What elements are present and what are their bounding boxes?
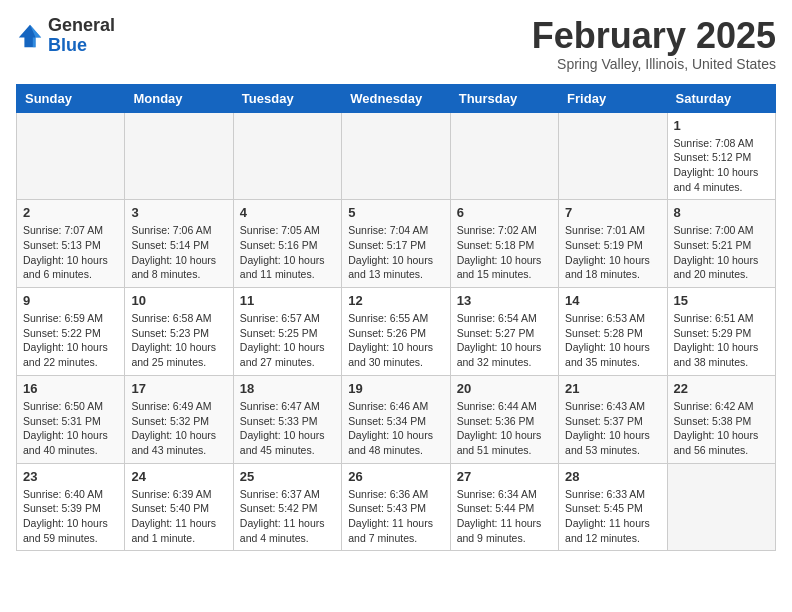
calendar-cell: 25Sunrise: 6:37 AM Sunset: 5:42 PM Dayli…	[233, 463, 341, 551]
day-info: Sunrise: 6:57 AM Sunset: 5:25 PM Dayligh…	[240, 311, 335, 370]
day-number: 24	[131, 469, 226, 484]
calendar-cell: 22Sunrise: 6:42 AM Sunset: 5:38 PM Dayli…	[667, 375, 775, 463]
calendar-cell: 18Sunrise: 6:47 AM Sunset: 5:33 PM Dayli…	[233, 375, 341, 463]
day-info: Sunrise: 6:51 AM Sunset: 5:29 PM Dayligh…	[674, 311, 769, 370]
calendar-cell: 1Sunrise: 7:08 AM Sunset: 5:12 PM Daylig…	[667, 112, 775, 200]
calendar-cell: 24Sunrise: 6:39 AM Sunset: 5:40 PM Dayli…	[125, 463, 233, 551]
day-header-row: SundayMondayTuesdayWednesdayThursdayFrid…	[17, 84, 776, 112]
calendar-cell: 7Sunrise: 7:01 AM Sunset: 5:19 PM Daylig…	[559, 200, 667, 288]
calendar-cell: 8Sunrise: 7:00 AM Sunset: 5:21 PM Daylig…	[667, 200, 775, 288]
day-info: Sunrise: 6:34 AM Sunset: 5:44 PM Dayligh…	[457, 487, 552, 546]
calendar-cell: 12Sunrise: 6:55 AM Sunset: 5:26 PM Dayli…	[342, 288, 450, 376]
calendar-cell: 19Sunrise: 6:46 AM Sunset: 5:34 PM Dayli…	[342, 375, 450, 463]
calendar-cell: 28Sunrise: 6:33 AM Sunset: 5:45 PM Dayli…	[559, 463, 667, 551]
calendar-cell	[559, 112, 667, 200]
day-info: Sunrise: 6:33 AM Sunset: 5:45 PM Dayligh…	[565, 487, 660, 546]
day-number: 23	[23, 469, 118, 484]
calendar-cell: 13Sunrise: 6:54 AM Sunset: 5:27 PM Dayli…	[450, 288, 558, 376]
day-info: Sunrise: 6:40 AM Sunset: 5:39 PM Dayligh…	[23, 487, 118, 546]
day-info: Sunrise: 6:58 AM Sunset: 5:23 PM Dayligh…	[131, 311, 226, 370]
day-info: Sunrise: 6:42 AM Sunset: 5:38 PM Dayligh…	[674, 399, 769, 458]
location-subtitle: Spring Valley, Illinois, United States	[532, 56, 776, 72]
title-block: February 2025 Spring Valley, Illinois, U…	[532, 16, 776, 72]
week-row-5: 23Sunrise: 6:40 AM Sunset: 5:39 PM Dayli…	[17, 463, 776, 551]
day-number: 26	[348, 469, 443, 484]
calendar-cell: 5Sunrise: 7:04 AM Sunset: 5:17 PM Daylig…	[342, 200, 450, 288]
day-number: 13	[457, 293, 552, 308]
logo-blue-text: Blue	[48, 35, 87, 55]
calendar-cell: 16Sunrise: 6:50 AM Sunset: 5:31 PM Dayli…	[17, 375, 125, 463]
day-number: 22	[674, 381, 769, 396]
calendar-cell: 11Sunrise: 6:57 AM Sunset: 5:25 PM Dayli…	[233, 288, 341, 376]
day-info: Sunrise: 7:08 AM Sunset: 5:12 PM Dayligh…	[674, 136, 769, 195]
day-info: Sunrise: 6:55 AM Sunset: 5:26 PM Dayligh…	[348, 311, 443, 370]
day-info: Sunrise: 6:49 AM Sunset: 5:32 PM Dayligh…	[131, 399, 226, 458]
calendar-cell: 10Sunrise: 6:58 AM Sunset: 5:23 PM Dayli…	[125, 288, 233, 376]
day-info: Sunrise: 7:04 AM Sunset: 5:17 PM Dayligh…	[348, 223, 443, 282]
calendar-cell	[17, 112, 125, 200]
day-number: 11	[240, 293, 335, 308]
week-row-1: 1Sunrise: 7:08 AM Sunset: 5:12 PM Daylig…	[17, 112, 776, 200]
day-number: 19	[348, 381, 443, 396]
day-info: Sunrise: 6:37 AM Sunset: 5:42 PM Dayligh…	[240, 487, 335, 546]
calendar-cell: 27Sunrise: 6:34 AM Sunset: 5:44 PM Dayli…	[450, 463, 558, 551]
logo-general-text: General	[48, 15, 115, 35]
day-number: 17	[131, 381, 226, 396]
day-number: 28	[565, 469, 660, 484]
day-info: Sunrise: 6:44 AM Sunset: 5:36 PM Dayligh…	[457, 399, 552, 458]
day-number: 1	[674, 118, 769, 133]
month-title: February 2025	[532, 16, 776, 56]
day-header-friday: Friday	[559, 84, 667, 112]
calendar-cell	[450, 112, 558, 200]
day-info: Sunrise: 7:01 AM Sunset: 5:19 PM Dayligh…	[565, 223, 660, 282]
day-header-saturday: Saturday	[667, 84, 775, 112]
day-number: 6	[457, 205, 552, 220]
day-number: 10	[131, 293, 226, 308]
day-number: 20	[457, 381, 552, 396]
calendar-cell: 6Sunrise: 7:02 AM Sunset: 5:18 PM Daylig…	[450, 200, 558, 288]
day-number: 14	[565, 293, 660, 308]
calendar-cell: 20Sunrise: 6:44 AM Sunset: 5:36 PM Dayli…	[450, 375, 558, 463]
day-header-sunday: Sunday	[17, 84, 125, 112]
day-number: 16	[23, 381, 118, 396]
calendar-cell: 17Sunrise: 6:49 AM Sunset: 5:32 PM Dayli…	[125, 375, 233, 463]
week-row-2: 2Sunrise: 7:07 AM Sunset: 5:13 PM Daylig…	[17, 200, 776, 288]
logo-icon	[16, 22, 44, 50]
day-info: Sunrise: 7:07 AM Sunset: 5:13 PM Dayligh…	[23, 223, 118, 282]
day-info: Sunrise: 6:43 AM Sunset: 5:37 PM Dayligh…	[565, 399, 660, 458]
day-info: Sunrise: 6:50 AM Sunset: 5:31 PM Dayligh…	[23, 399, 118, 458]
calendar-cell: 21Sunrise: 6:43 AM Sunset: 5:37 PM Dayli…	[559, 375, 667, 463]
calendar-cell: 23Sunrise: 6:40 AM Sunset: 5:39 PM Dayli…	[17, 463, 125, 551]
day-header-monday: Monday	[125, 84, 233, 112]
calendar-cell: 3Sunrise: 7:06 AM Sunset: 5:14 PM Daylig…	[125, 200, 233, 288]
day-info: Sunrise: 7:02 AM Sunset: 5:18 PM Dayligh…	[457, 223, 552, 282]
calendar-table: SundayMondayTuesdayWednesdayThursdayFrid…	[16, 84, 776, 552]
day-number: 9	[23, 293, 118, 308]
calendar-cell	[667, 463, 775, 551]
day-info: Sunrise: 7:06 AM Sunset: 5:14 PM Dayligh…	[131, 223, 226, 282]
day-number: 2	[23, 205, 118, 220]
day-info: Sunrise: 6:54 AM Sunset: 5:27 PM Dayligh…	[457, 311, 552, 370]
day-number: 25	[240, 469, 335, 484]
day-info: Sunrise: 6:46 AM Sunset: 5:34 PM Dayligh…	[348, 399, 443, 458]
day-number: 18	[240, 381, 335, 396]
week-row-3: 9Sunrise: 6:59 AM Sunset: 5:22 PM Daylig…	[17, 288, 776, 376]
day-number: 8	[674, 205, 769, 220]
day-header-tuesday: Tuesday	[233, 84, 341, 112]
day-info: Sunrise: 6:59 AM Sunset: 5:22 PM Dayligh…	[23, 311, 118, 370]
day-number: 27	[457, 469, 552, 484]
day-info: Sunrise: 6:36 AM Sunset: 5:43 PM Dayligh…	[348, 487, 443, 546]
calendar-cell	[342, 112, 450, 200]
logo: General Blue	[16, 16, 115, 56]
calendar-cell: 26Sunrise: 6:36 AM Sunset: 5:43 PM Dayli…	[342, 463, 450, 551]
day-info: Sunrise: 6:39 AM Sunset: 5:40 PM Dayligh…	[131, 487, 226, 546]
calendar-cell	[233, 112, 341, 200]
day-number: 12	[348, 293, 443, 308]
day-number: 5	[348, 205, 443, 220]
day-header-thursday: Thursday	[450, 84, 558, 112]
day-number: 7	[565, 205, 660, 220]
page-header: General Blue February 2025 Spring Valley…	[16, 16, 776, 72]
day-info: Sunrise: 6:47 AM Sunset: 5:33 PM Dayligh…	[240, 399, 335, 458]
day-info: Sunrise: 6:53 AM Sunset: 5:28 PM Dayligh…	[565, 311, 660, 370]
day-info: Sunrise: 7:05 AM Sunset: 5:16 PM Dayligh…	[240, 223, 335, 282]
